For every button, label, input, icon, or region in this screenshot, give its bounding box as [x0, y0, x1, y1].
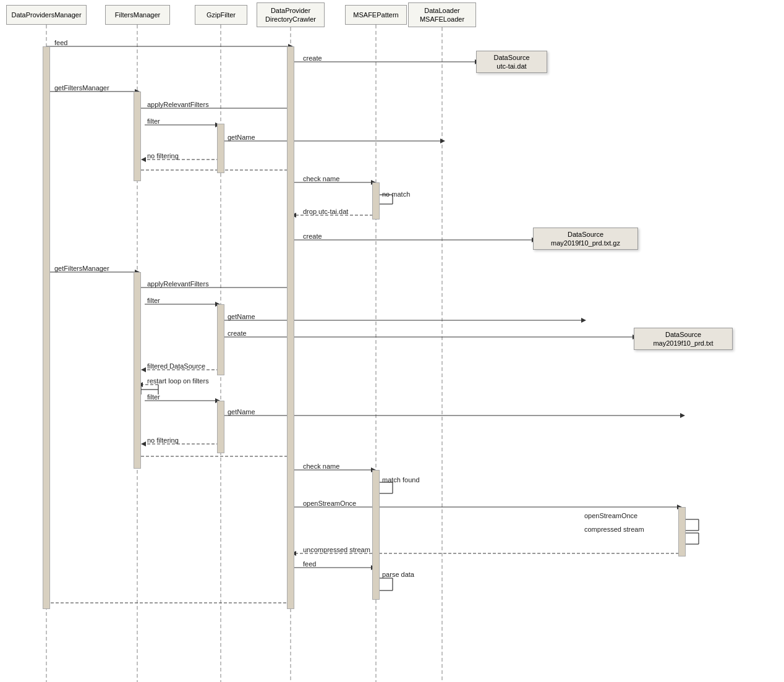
msg-nofiltering-2: no filtering [147, 437, 179, 444]
participant-gz: GzipFilter [195, 5, 247, 25]
svg-marker-54 [141, 441, 146, 446]
svg-marker-17 [440, 139, 445, 143]
msg-nofiltering-1: no filtering [147, 152, 179, 160]
msg-compressedstream: compressed stream [584, 526, 644, 533]
msg-openstreamonce-1: openStreamOnce [303, 500, 356, 507]
activation-mp-2 [372, 470, 380, 600]
participant-mp: MSAFEPattern [345, 5, 407, 25]
msg-openstreamonce-2: openStreamOnce [584, 512, 637, 519]
msg-parsedata: parse data [382, 571, 414, 578]
svg-marker-39 [581, 318, 586, 323]
msg-filtered-datasource: filtered DataSource [147, 362, 205, 370]
svg-marker-43 [141, 367, 146, 372]
activation-gz-1 [217, 124, 224, 173]
activation-gz-3 [217, 401, 224, 453]
activation-gz-2 [217, 304, 224, 375]
svg-marker-52 [680, 413, 685, 418]
activation-dc [287, 46, 294, 609]
datasource-may-txt: DataSourcemay2019f10_prd.txt [634, 328, 733, 350]
msg-create-1: create [303, 54, 322, 62]
msg-getname-1: getName [228, 134, 255, 141]
msg-filter-2: filter [147, 297, 160, 304]
msg-getfiltersmanager-2: getFiltersManager [54, 265, 109, 272]
msg-uncompressedstream: uncompressed stream [303, 546, 370, 553]
msg-filter-3: filter [147, 393, 160, 401]
msg-checkname-2: check name [303, 462, 339, 470]
participant-dc: DataProviderDirectoryCrawler [257, 2, 325, 27]
svg-marker-19 [141, 157, 146, 162]
msg-getfiltersmanager-1: getFiltersManager [54, 84, 109, 92]
msg-nomatch: no match [382, 190, 410, 198]
msg-applyrelevantfilters-2: applyRelevantFilters [147, 280, 209, 288]
msg-restart-loop: restart loop on filters [147, 377, 209, 385]
datasource-may-gz: DataSourcemay2019f10_prd.txt.gz [533, 228, 638, 250]
activation-mp-1 [372, 182, 380, 220]
participant-fm: FiltersManager [105, 5, 170, 25]
activation-dpm [43, 46, 50, 609]
msg-applyrelevantfilters-1: applyRelevantFilters [147, 101, 209, 108]
activation-ml [678, 507, 686, 556]
activation-fm-2 [134, 272, 141, 469]
msg-feed-1: feed [54, 39, 67, 46]
participant-dpm: DataProvidersManager [6, 5, 87, 25]
sequence-diagram: DataProvidersManager FiltersManager Gzip… [0, 0, 784, 682]
msg-feed-2: feed [303, 560, 316, 568]
activation-fm-1 [134, 92, 141, 181]
msg-getname-3: getName [228, 408, 255, 416]
msg-matchfound: match found [382, 476, 420, 484]
msg-checkname-1: check name [303, 175, 339, 182]
msg-create-3: create [228, 330, 247, 337]
datasource-utc: DataSourceutc-tai.dat [476, 51, 547, 73]
msg-create-2: create [303, 232, 322, 240]
participant-ml: DataLoaderMSAFELoader [408, 2, 476, 27]
msg-drop: drop utc-tai.dat [303, 208, 348, 215]
msg-filter-1: filter [147, 117, 160, 125]
msg-getname-2: getName [228, 313, 255, 320]
